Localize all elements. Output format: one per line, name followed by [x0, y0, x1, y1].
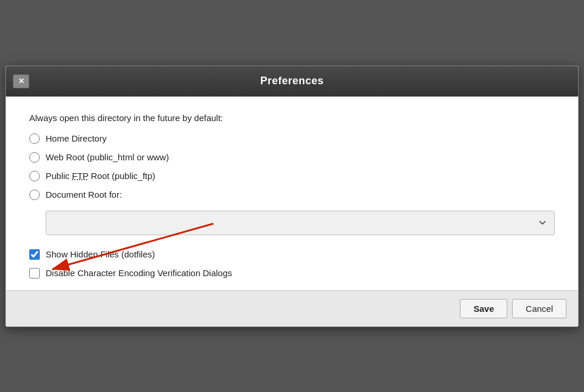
radio-option-ftproot[interactable]: Public FTP Root (public_ftp) [29, 171, 555, 181]
cancel-button[interactable]: Cancel [512, 299, 566, 318]
radio-option-webroot[interactable]: Web Root (public_html or www) [29, 152, 555, 163]
checkbox-section: Show Hidden Files (dotfiles) Disable Cha… [29, 249, 555, 278]
dialog-title: Preferences [260, 75, 324, 87]
radio-option-docroot[interactable]: Document Root for: [29, 190, 555, 200]
radio-option-home[interactable]: Home Directory [29, 133, 555, 144]
checkbox-option-encoding[interactable]: Disable Character Encoding Verification … [29, 268, 555, 278]
radio-docroot[interactable] [29, 190, 40, 200]
checkbox-option-hidden[interactable]: Show Hidden Files (dotfiles) [29, 249, 555, 260]
dialog-footer: Save Cancel [6, 290, 578, 326]
section-description: Always open this directory in the future… [29, 113, 555, 123]
radio-webroot[interactable] [29, 152, 40, 163]
document-root-select[interactable] [46, 211, 555, 235]
save-button[interactable]: Save [460, 299, 507, 318]
radio-ftproot-label: Public FTP Root (public_ftp) [46, 171, 155, 181]
checkbox-encoding[interactable] [29, 268, 40, 278]
dialog-content: Always open this directory in the future… [6, 97, 578, 290]
radio-webroot-label: Web Root (public_html or www) [46, 152, 169, 162]
preferences-dialog: ✕ Preferences Always open this directory… [5, 66, 579, 327]
dropdown-container [46, 211, 555, 235]
radio-home[interactable] [29, 133, 40, 144]
checkbox-encoding-label: Disable Character Encoding Verification … [46, 268, 232, 278]
radio-home-label: Home Directory [46, 133, 107, 143]
titlebar: ✕ Preferences [6, 66, 578, 97]
document-root-dropdown-wrapper [46, 211, 555, 235]
checkbox-hidden-label: Show Hidden Files (dotfiles) [46, 249, 155, 259]
radio-ftproot[interactable] [29, 171, 40, 181]
radio-docroot-label: Document Root for: [46, 190, 122, 200]
close-button[interactable]: ✕ [13, 74, 29, 88]
directory-radio-group: Home Directory Web Root (public_html or … [29, 133, 555, 200]
checkbox-hidden-files[interactable] [29, 249, 40, 260]
